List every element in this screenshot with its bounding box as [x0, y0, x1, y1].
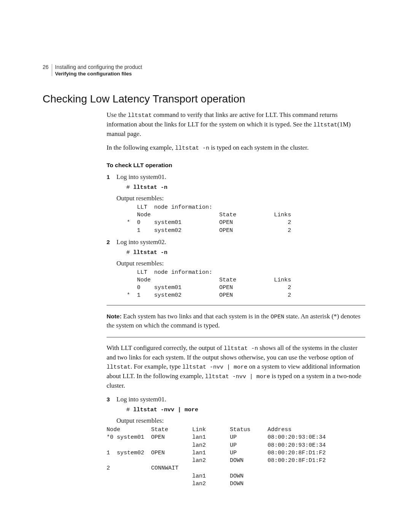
- note-lead: Note:: [107, 313, 122, 320]
- command: lltstat -n: [133, 249, 167, 256]
- step-2: 2 Log into system02.: [107, 238, 365, 247]
- explanation-paragraph: With LLT configured correctly, the outpu…: [107, 343, 365, 391]
- output-label: Output resembles:: [116, 195, 365, 202]
- header-chapter: Installing and configuring the product: [55, 64, 142, 70]
- intro-paragraph-1: Use the lltstat command to verify that l…: [107, 110, 365, 139]
- step-text: Log into system01.: [116, 395, 166, 404]
- command-output: Node State Link Status Address *0 system…: [107, 426, 365, 488]
- step-text: Log into system01.: [116, 173, 166, 182]
- command: lltstat -nvv | more: [133, 407, 198, 413]
- command-output: LLT node information: Node State Links 0…: [116, 269, 365, 300]
- note-rule-top: [107, 305, 365, 305]
- intro-paragraph-2: In the following example, lltstat -n is …: [107, 143, 365, 153]
- header-divider: [52, 64, 52, 76]
- step-1: 1 Log into system01.: [107, 173, 365, 182]
- command-line: # lltstat -nvv | more: [126, 406, 365, 413]
- page-number: 26: [43, 64, 51, 70]
- code-inline: OPEN: [271, 314, 284, 320]
- command-output: LLT node information: Node State Links *…: [116, 204, 365, 235]
- command-line: # lltstat -n: [126, 184, 365, 191]
- code-inline: lltstat: [128, 112, 152, 119]
- note-paragraph: Note: Each system has two links and that…: [107, 312, 365, 331]
- output-label: Output resembles:: [116, 417, 365, 425]
- step-number: 3: [107, 396, 116, 403]
- code-inline: lltstat -nvv | more: [182, 364, 247, 371]
- code-inline: lltstat -n: [175, 145, 209, 152]
- step-number: 2: [107, 239, 116, 246]
- command: lltstat -n: [133, 184, 167, 191]
- page-header: 26 Installing and configuring the produc…: [43, 64, 365, 77]
- section-heading: Checking Low Latency Transport operation: [43, 93, 365, 105]
- code-inline: lltstat: [107, 364, 131, 371]
- code-inline: lltstat -n: [224, 345, 258, 352]
- note-rule-bottom: [107, 337, 365, 337]
- output-label: Output resembles:: [116, 260, 365, 267]
- step-number: 1: [107, 174, 116, 181]
- step-text: Log into system02.: [116, 238, 166, 247]
- header-section: Verifying the configuration files: [55, 70, 142, 77]
- code-inline: lltstat -nvv | more: [205, 374, 270, 380]
- command-line: # lltstat -n: [126, 249, 365, 256]
- procedure-heading: To check LLT operation: [107, 162, 365, 169]
- step-3: 3 Log into system01.: [107, 395, 365, 404]
- code-inline: lltstat: [313, 122, 337, 128]
